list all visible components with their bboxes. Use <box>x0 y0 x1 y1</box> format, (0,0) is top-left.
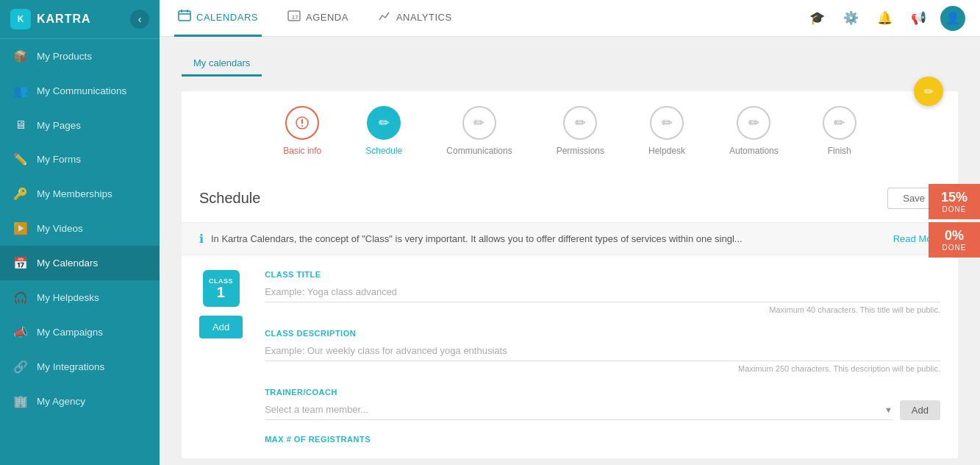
step-finish-label: Finish <box>828 146 851 156</box>
sidebar-item-agency[interactable]: 🏢 My Agency <box>0 384 160 419</box>
analytics-tab-icon <box>378 10 391 24</box>
tab-analytics-label: ANALYTICS <box>396 12 452 23</box>
products-icon: 📦 <box>13 49 28 63</box>
max-registrants-label: MAX # OF REGISTRANTS <box>265 435 940 444</box>
graduation-cap-button[interactable]: 🎓 <box>805 7 829 30</box>
max-registrants-field: MAX # OF REGISTRANTS <box>265 435 940 444</box>
steps-bar: Basic info ✏ Schedule ✏ Communications ✏… <box>182 91 958 174</box>
sidebar-collapse-button[interactable]: ‹ <box>130 10 149 29</box>
forms-icon: ✏️ <box>13 152 28 166</box>
calendars-tab-icon <box>178 10 191 24</box>
logo-area: K KARTRA <box>10 9 91 29</box>
communications-icon: 👥 <box>13 84 28 98</box>
progress-badge-0[interactable]: 0% DONE <box>929 222 980 258</box>
step-communications[interactable]: ✏ Communications <box>446 106 512 156</box>
sidebar-item-label: My Products <box>37 51 92 62</box>
info-icon: ℹ <box>199 232 204 246</box>
class-sidebar: CLASS 1 Add <box>199 270 243 444</box>
announcements-button[interactable]: 📢 <box>906 7 930 30</box>
sidebar-item-label: My Campaigns <box>37 327 103 338</box>
form-area: CLASS 1 Add CLASS TITLE Maximum 40 chara… <box>182 255 958 458</box>
user-avatar[interactable]: 👤 <box>940 6 965 31</box>
trainer-select[interactable]: Select a team member... <box>265 400 884 419</box>
trainer-select-row: Select a team member... ▼ Add <box>265 400 940 420</box>
sidebar-item-videos[interactable]: ▶️ My Videos <box>0 211 160 246</box>
agenda-tab-icon: 17 <box>287 10 301 24</box>
notifications-button[interactable]: 🔔 <box>873 7 896 30</box>
top-navigation: CALENDARS 17 AGENDA ANALYTICS 🎓 ⚙️ 🔔 📢 👤 <box>160 0 980 37</box>
step-schedule[interactable]: ✏ Schedule <box>365 106 402 156</box>
progress-0-percent: 0% <box>936 228 973 244</box>
calendars-icon: 📅 <box>13 256 28 270</box>
trainer-label: TRAINER/COACH <box>265 388 940 397</box>
step-permissions[interactable]: ✏ Permissions <box>557 106 604 156</box>
step-helpdesk[interactable]: ✏ Helpdesk <box>648 106 685 156</box>
calendars-tab-bar: My calendars <box>182 52 958 77</box>
edit-fab-button[interactable]: ✏ <box>914 77 943 106</box>
sidebar-item-forms[interactable]: ✏️ My Forms <box>0 142 160 177</box>
sidebar-item-label: My Communications <box>37 85 126 96</box>
sidebar-item-label: My Memberships <box>37 188 112 199</box>
class-description-label: CLASS DESCRIPTION <box>265 329 940 338</box>
page-content: My calendars Basic info ✏ <box>160 37 980 465</box>
step-basic-info[interactable]: Basic info <box>283 106 321 156</box>
sidebar-item-pages[interactable]: 🖥 My Pages <box>0 108 160 142</box>
tab-analytics[interactable]: ANALYTICS <box>374 0 456 37</box>
schedule-title: Schedule <box>199 190 260 207</box>
select-arrow-icon: ▼ <box>884 405 893 414</box>
step-finish-circle: ✏ <box>823 106 856 140</box>
sidebar-item-label: My Videos <box>37 223 83 234</box>
add-class-button[interactable]: Add <box>199 316 243 338</box>
class-description-input[interactable] <box>265 341 940 361</box>
sidebar-item-integrations[interactable]: 🔗 My Integrations <box>0 349 160 384</box>
step-permissions-circle: ✏ <box>563 106 597 140</box>
class-badge-number: 1 <box>217 285 226 299</box>
tab-calendars[interactable]: CALENDARS <box>174 0 262 37</box>
class-title-label: CLASS TITLE <box>265 270 940 279</box>
sidebar-header: K KARTRA ‹ <box>0 0 160 39</box>
step-communications-label: Communications <box>446 146 512 156</box>
svg-text:17: 17 <box>292 15 298 20</box>
schedule-header: Schedule Save <box>182 174 958 223</box>
progress-15-label: DONE <box>936 205 973 213</box>
step-schedule-label: Schedule <box>365 146 402 156</box>
sidebar-item-products[interactable]: 📦 My Products <box>0 39 160 74</box>
class-description-hint: Maximum 250 characters. This description… <box>265 364 940 373</box>
step-automations-circle: ✏ <box>737 106 770 140</box>
sidebar-item-communications[interactable]: 👥 My Communications <box>0 74 160 108</box>
sidebar-nav: 📦 My Products 👥 My Communications 🖥 My P… <box>0 39 160 419</box>
progress-15-percent: 15% <box>936 190 973 205</box>
tab-calendars-label: CALENDARS <box>196 12 258 23</box>
sidebar-item-calendars[interactable]: 📅 My Calendars <box>0 246 160 280</box>
my-calendars-tab[interactable]: My calendars <box>182 52 262 77</box>
tab-agenda[interactable]: 17 AGENDA <box>284 0 352 37</box>
integrations-icon: 🔗 <box>13 360 28 374</box>
side-progress: 15% DONE 0% DONE <box>929 184 980 258</box>
helpdesks-icon: 🎧 <box>13 291 28 305</box>
sidebar-item-label: My Calendars <box>37 258 98 269</box>
logo-icon: K <box>10 9 31 29</box>
step-finish[interactable]: ✏ Finish <box>823 106 856 156</box>
step-permissions-label: Permissions <box>557 146 604 156</box>
sidebar-item-helpdesks[interactable]: 🎧 My Helpdesks <box>0 280 160 315</box>
topnav-right: 🎓 ⚙️ 🔔 📢 👤 <box>805 6 965 31</box>
step-helpdesk-circle: ✏ <box>650 106 684 140</box>
trainer-field: TRAINER/COACH Select a team member... ▼ … <box>265 388 940 420</box>
settings-button[interactable]: ⚙️ <box>839 7 862 30</box>
sidebar: K KARTRA ‹ 📦 My Products 👥 My Communicat… <box>0 0 160 465</box>
svg-rect-0 <box>179 11 190 21</box>
class-title-hint: Maximum 40 characters. This title will b… <box>265 305 940 314</box>
sidebar-item-label: My Agency <box>37 396 85 407</box>
sidebar-item-memberships[interactable]: 🔑 My Memberships <box>0 177 160 211</box>
step-basic-info-circle <box>285 106 319 140</box>
class-description-field: CLASS DESCRIPTION Maximum 250 characters… <box>265 329 940 373</box>
form-fields: CLASS TITLE Maximum 40 characters. This … <box>265 270 940 444</box>
step-automations[interactable]: ✏ Automations <box>729 106 779 156</box>
progress-badge-15[interactable]: 15% DONE <box>929 184 980 219</box>
step-schedule-circle: ✏ <box>367 106 401 140</box>
class-title-input[interactable] <box>265 282 940 302</box>
info-banner-text: In Kartra Calendars, the concept of "Cla… <box>211 233 743 244</box>
sidebar-item-campaigns[interactable]: 📣 My Campaigns <box>0 315 160 349</box>
trainer-add-button[interactable]: Add <box>900 400 940 420</box>
step-helpdesk-label: Helpdesk <box>648 146 685 156</box>
